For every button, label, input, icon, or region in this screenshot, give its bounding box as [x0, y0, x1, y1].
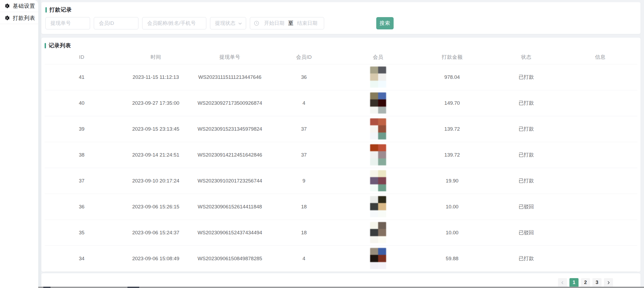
table-row[interactable]: 35 2023-09-06 15:24:37 WS202309061524374…	[45, 220, 637, 246]
cell-time: 2023-09-06 15:26:15	[119, 194, 193, 220]
cell-id: 40	[45, 90, 119, 116]
cell-order-no: WS20230906152614411848	[193, 194, 267, 220]
cell-member-id: 37	[267, 142, 341, 168]
cell-id: 41	[45, 64, 119, 90]
end-date-placeholder[interactable]: 结束日期	[294, 20, 320, 27]
date-range-picker[interactable]: 开始日期 至 结束日期	[250, 17, 324, 29]
sidebar-item-label: 打款列表	[13, 14, 35, 22]
sidebar-item-label: 基础设置	[13, 2, 35, 10]
column-header-member: 会员	[341, 50, 415, 64]
cell-status: 已打款	[489, 116, 563, 142]
cell-id: 34	[45, 246, 119, 271]
cell-amount: 978.04	[415, 64, 489, 90]
gear-icon	[4, 3, 10, 9]
cell-order-no: WS20230910201723256744	[193, 168, 267, 194]
table-row[interactable]: 34 2023-09-06 15:08:49 WS202309061508498…	[45, 246, 637, 271]
member-avatar[interactable]	[370, 170, 386, 192]
cell-order-no: WS20230915231345979824	[193, 116, 267, 142]
sidebar-item-payment-list[interactable]: 打款列表	[0, 12, 38, 24]
cell-amount: 59.88	[415, 246, 489, 271]
column-header-amount: 打款金额	[415, 50, 489, 64]
chevron-down-icon	[238, 21, 242, 25]
status-select-placeholder: 提现状态	[215, 20, 235, 27]
sidebar-scrollbar-track[interactable]	[38, 0, 41, 288]
cell-member	[341, 220, 415, 246]
date-separator: 至	[287, 20, 294, 27]
table-row[interactable]: 41 2023-11-15 11:12:13 WS202311151112134…	[45, 64, 637, 90]
member-avatar[interactable]	[370, 144, 386, 166]
cell-time: 2023-11-15 11:12:13	[119, 64, 193, 90]
chevron-right-icon	[607, 281, 610, 285]
pagination-prev-button[interactable]	[558, 278, 567, 287]
cell-status: 已打款	[489, 64, 563, 90]
table-row[interactable]: 39 2023-09-15 23:13:45 WS202309152313459…	[45, 116, 637, 142]
cell-amount: 19.90	[415, 168, 489, 194]
member-id-input[interactable]	[94, 17, 138, 29]
table-row[interactable]: 38 2023-09-14 21:24:51 WS202309142124516…	[45, 142, 637, 168]
cell-id: 35	[45, 220, 119, 246]
search-panel: 打款记录 提现状态 开始日期 至	[41, 2, 641, 34]
cell-info	[563, 246, 637, 271]
cell-info	[563, 220, 637, 246]
records-table-header: ID 时间 提现单号 会员ID 会员 打款金额 状态 信息	[45, 50, 637, 64]
cell-status: 已驳回	[489, 220, 563, 246]
column-header-member-id: 会员ID	[267, 50, 341, 64]
taskbar-segment	[127, 287, 139, 288]
member-avatar[interactable]	[370, 196, 386, 217]
records-table-body: 41 2023-11-15 11:12:13 WS202311151112134…	[45, 64, 637, 271]
search-button[interactable]: 搜索	[376, 17, 394, 29]
table-row[interactable]: 40 2023-09-27 17:35:00 WS202309271735009…	[45, 90, 637, 116]
cell-member-id: 4	[267, 90, 341, 116]
search-panel-title-text: 打款记录	[49, 6, 72, 13]
cell-info	[563, 142, 637, 168]
cell-info	[563, 90, 637, 116]
pagination-page-button-2[interactable]: 2	[581, 278, 590, 287]
pagination-panel: 123	[41, 273, 641, 288]
pagination-next-button[interactable]	[604, 278, 613, 287]
title-accent-bar	[45, 7, 47, 13]
table-row[interactable]: 36 2023-09-06 15:26:15 WS202309061526144…	[45, 194, 637, 220]
cell-member-id: 4	[267, 246, 341, 271]
member-avatar[interactable]	[370, 118, 386, 140]
cell-member-id: 18	[267, 194, 341, 220]
cell-id: 36	[45, 194, 119, 220]
sidebar-item-basic-settings[interactable]: 基础设置	[0, 0, 38, 12]
withdraw-order-no-input[interactable]	[45, 17, 90, 29]
cell-amount: 10.00	[415, 220, 489, 246]
member-avatar[interactable]	[370, 67, 386, 88]
search-form: 提现状态 开始日期 至 结束日期 搜索	[45, 17, 637, 29]
records-panel-title: 记录列表	[45, 42, 637, 49]
taskbar-segment	[43, 287, 51, 288]
cell-order-no: WS20230914212451642846	[193, 142, 267, 168]
pagination-pages: 123	[569, 278, 602, 287]
cell-info	[563, 116, 637, 142]
member-avatar[interactable]	[370, 248, 386, 269]
cell-member-id: 18	[267, 220, 341, 246]
cell-time: 2023-09-15 23:13:45	[119, 116, 193, 142]
search-panel-title: 打款记录	[45, 6, 637, 13]
member-info-input[interactable]	[142, 17, 206, 29]
cell-status: 已打款	[489, 246, 563, 271]
start-date-placeholder[interactable]: 开始日期	[261, 20, 287, 27]
cell-info	[563, 64, 637, 90]
cell-amount: 139.72	[415, 142, 489, 168]
withdraw-status-select[interactable]: 提现状态	[210, 17, 246, 29]
cell-info	[563, 194, 637, 220]
pagination-page-button-1[interactable]: 1	[569, 278, 579, 287]
cell-member	[341, 116, 415, 142]
member-avatar[interactable]	[370, 92, 386, 114]
cell-member-id: 9	[267, 168, 341, 194]
member-avatar[interactable]	[370, 222, 386, 243]
cell-amount: 149.70	[415, 90, 489, 116]
table-row[interactable]: 37 2023-09-10 20:17:24 WS202309102017232…	[45, 168, 637, 194]
title-accent-bar	[45, 43, 46, 48]
cell-order-no: WS20230927173500926874	[193, 90, 267, 116]
cell-time: 2023-09-10 20:17:24	[119, 168, 193, 194]
cell-order-no: WS20231115111213447646	[193, 64, 267, 90]
cell-time: 2023-09-06 15:24:37	[119, 220, 193, 246]
column-header-status: 状态	[489, 50, 563, 64]
cell-time: 2023-09-14 21:24:51	[119, 142, 193, 168]
sidebar: 基础设置 打款列表	[0, 0, 38, 288]
main-content: 打款记录 提现状态 开始日期 至	[41, 0, 644, 288]
pagination-page-button-3[interactable]: 3	[592, 278, 602, 287]
